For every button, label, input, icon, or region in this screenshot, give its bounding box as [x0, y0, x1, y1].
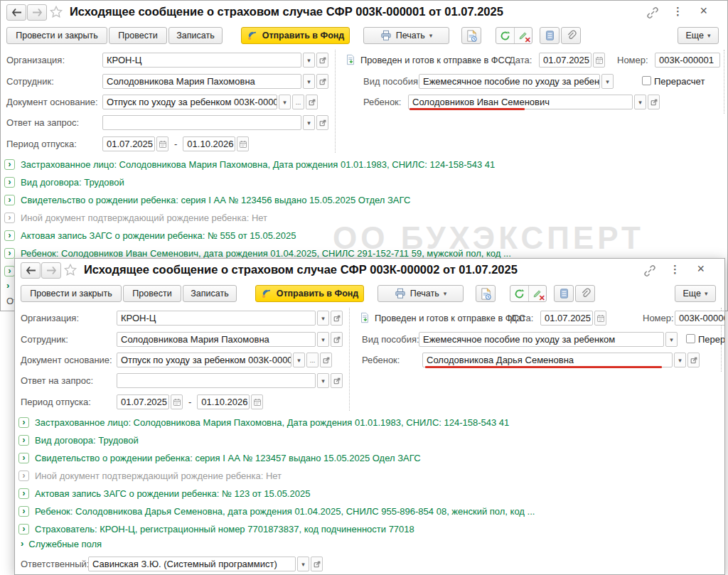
attachments-button[interactable] — [561, 27, 581, 44]
list-item[interactable]: ›Застрахованное лицо: Солодовникова Мари… — [18, 416, 509, 429]
list-item[interactable]: ›Свидетельство о рождении ребенка: серия… — [4, 193, 410, 206]
expand-chevron-icon[interactable]: › — [18, 506, 29, 517]
register-records-button[interactable] — [554, 285, 574, 302]
period-to-input[interactable]: 01.10.2026 — [197, 394, 250, 409]
attachments-button[interactable] — [575, 285, 595, 302]
responsible-input[interactable]: Савинская З.Ю. (Системный программист) — [88, 557, 296, 571]
dropdown-button[interactable]: ▾ — [303, 74, 315, 89]
copy-link-icon[interactable] — [643, 264, 657, 278]
dropdown-button[interactable]: ▾ — [303, 53, 315, 68]
answer-input[interactable] — [117, 373, 316, 388]
close-icon[interactable]: × — [700, 3, 707, 18]
employee-input[interactable]: Солодовникова Мария Пахомовна — [102, 74, 301, 89]
child-input[interactable]: Солодовникова Дарья Семеновна — [422, 353, 673, 367]
expand-chevron-icon[interactable]: › — [18, 453, 29, 463]
cancel-posting-button[interactable]: ✕ — [528, 286, 546, 301]
favorite-star-icon[interactable] — [63, 263, 77, 277]
dropdown-button[interactable]: ▾ — [665, 332, 678, 347]
calendar-icon[interactable] — [171, 394, 183, 409]
employee-input[interactable]: Солодовникова Мария Пахомовна — [117, 332, 316, 347]
forward-button[interactable] — [41, 262, 61, 279]
expand-chevron-icon[interactable]: › — [4, 248, 15, 259]
list-item[interactable]: ›Ребенок: Солодовникова Дарья Семеновна,… — [18, 505, 535, 517]
choose-button[interactable]: ... — [292, 95, 304, 109]
dropdown-button[interactable]: ▾ — [317, 311, 329, 326]
register-records-button[interactable] — [540, 27, 560, 44]
expand-chevron-icon[interactable]: › — [4, 195, 15, 205]
back-button[interactable] — [21, 262, 41, 279]
refresh-button[interactable] — [496, 28, 514, 43]
period-to-input[interactable]: 01.10.2026 — [183, 136, 235, 151]
calendar-icon[interactable] — [251, 394, 263, 409]
expand-chevron-icon[interactable]: › — [18, 524, 29, 534]
close-icon[interactable]: × — [697, 261, 705, 276]
open-button[interactable] — [331, 332, 343, 347]
list-item[interactable]: ›Вид договора: Трудовой — [4, 176, 124, 188]
open-button[interactable] — [311, 557, 323, 571]
benefit-input[interactable]: Ежемесячное пособие по уходу за ребенком — [419, 332, 664, 347]
open-button[interactable] — [331, 373, 343, 388]
list-item[interactable]: ›Застрахованное лицо: Солодовникова Мари… — [4, 158, 495, 171]
window-menu-icon[interactable]: ⋮ — [670, 262, 680, 276]
create-based-on-button[interactable] — [461, 27, 481, 44]
dropdown-button[interactable]: ▾ — [317, 332, 329, 347]
expand-chevron-icon[interactable]: › — [18, 488, 29, 499]
calendar-icon[interactable] — [237, 136, 249, 151]
back-button[interactable] — [6, 4, 26, 21]
calendar-icon[interactable] — [156, 136, 168, 151]
open-button[interactable] — [648, 95, 660, 109]
create-based-on-button[interactable] — [476, 285, 496, 302]
date-input[interactable]: 01.07.2025 — [539, 53, 592, 68]
org-input[interactable]: КРОН-Ц — [102, 53, 301, 68]
open-button[interactable] — [316, 53, 328, 68]
recalc-checkbox[interactable] — [642, 76, 651, 85]
dropdown-button[interactable]: ▾ — [601, 74, 614, 89]
save-button[interactable]: Записать — [183, 285, 237, 302]
more-button[interactable]: Еще▾ — [678, 27, 719, 44]
forward-button[interactable] — [27, 4, 47, 21]
dropdown-button[interactable]: ▾ — [674, 353, 686, 367]
window-menu-icon[interactable]: ⋮ — [673, 4, 683, 18]
send-to-fund-button[interactable]: Отправить в Фонд — [255, 285, 364, 302]
expand-chevron-icon[interactable]: › — [4, 177, 15, 188]
list-item[interactable]: ›Актовая запись ЗАГС о рождении ребенка:… — [4, 229, 296, 242]
post-button[interactable]: Провести — [109, 27, 167, 44]
period-from-input[interactable]: 01.07.2025 — [102, 136, 155, 151]
post-and-close-button[interactable]: Провести и закрыть — [21, 285, 122, 302]
number-input[interactable]: 003К-000002 — [675, 311, 725, 326]
list-item[interactable]: ›Актовая запись ЗАГС о рождении ребенка:… — [18, 487, 310, 500]
open-button[interactable] — [331, 311, 343, 326]
choose-button[interactable]: ... — [306, 353, 318, 367]
dropdown-button[interactable]: ▾ — [303, 115, 315, 130]
benefit-input[interactable]: Ежемесячное пособие по уходу за ребенком — [419, 74, 600, 89]
base-doc-input[interactable]: Отпуск по уходу за ребенком 003К-000002 … — [117, 353, 291, 367]
copy-link-icon[interactable] — [646, 6, 660, 20]
base-doc-input[interactable]: Отпуск по уходу за ребенком 003К-000002 … — [102, 95, 277, 109]
expand-chevron-icon[interactable]: › — [18, 417, 29, 428]
send-to-fund-button[interactable]: Отправить в Фонд — [241, 27, 350, 44]
open-button[interactable] — [316, 115, 328, 130]
post-button[interactable]: Провести — [123, 285, 181, 302]
expand-chevron-icon[interactable]: › — [4, 159, 15, 170]
dropdown-button[interactable]: ▾ — [317, 373, 329, 388]
org-input[interactable]: КРОН-Ц — [117, 311, 316, 326]
more-button[interactable]: Еще▾ — [675, 285, 716, 302]
open-button[interactable] — [320, 353, 332, 367]
open-button[interactable] — [316, 74, 328, 89]
calendar-icon[interactable] — [593, 53, 605, 68]
dropdown-button[interactable]: ▾ — [297, 557, 309, 571]
open-button[interactable] — [687, 353, 700, 367]
calendar-icon[interactable] — [594, 311, 606, 326]
refresh-button[interactable] — [510, 286, 528, 301]
dropdown-button[interactable]: ▾ — [279, 95, 291, 109]
dropdown-button[interactable]: ▾ — [634, 95, 646, 109]
expand-chevron-icon[interactable]: › — [4, 230, 15, 241]
number-input[interactable]: 003К-000001 — [655, 53, 720, 68]
date-input[interactable]: 01.07.2025 — [540, 311, 593, 326]
service-fields-toggle[interactable]: ›Служебные поля — [21, 538, 102, 549]
print-button[interactable]: Печать ▾ — [363, 27, 449, 44]
answer-input[interactable] — [102, 115, 301, 130]
period-from-input[interactable]: 01.07.2025 — [117, 394, 169, 409]
recalc-checkbox[interactable] — [686, 334, 695, 343]
favorite-star-icon[interactable] — [49, 5, 63, 19]
